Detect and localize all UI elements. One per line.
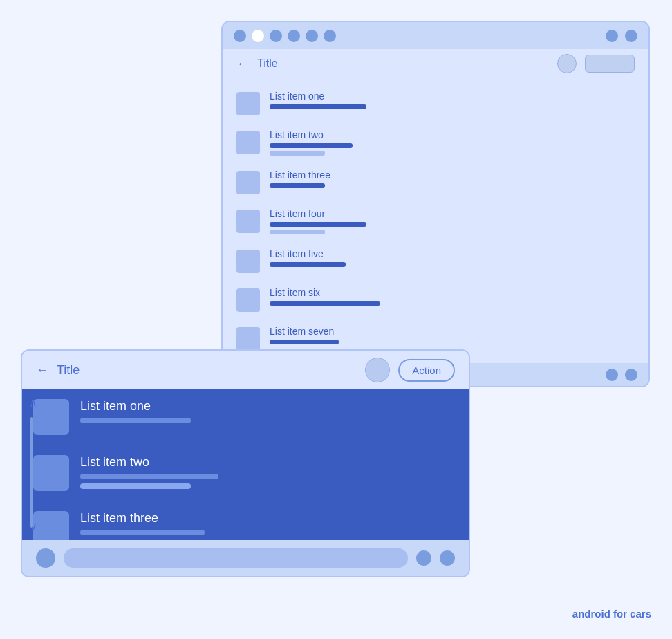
list-item-thumbnail	[236, 250, 260, 273]
front-bar-primary	[80, 474, 218, 479]
front-list-title: List item one	[80, 399, 458, 414]
front-window: ← Title Action ∧ ∨ List item one	[21, 349, 470, 577]
front-bar-primary	[80, 418, 191, 423]
front-back-arrow-icon[interactable]: ←	[36, 363, 48, 378]
back-title-bar	[223, 22, 648, 49]
tb-dot-6	[324, 30, 336, 42]
bottom-large-dot	[36, 548, 55, 568]
tb-dot-5	[306, 30, 318, 42]
list-item-bar-secondary	[270, 151, 325, 156]
front-list-thumbnail	[33, 455, 69, 491]
list-item-title: List item seven	[270, 326, 339, 337]
list-item-thumbnail	[236, 131, 260, 154]
back-window: ← Title List item one List item two	[221, 21, 650, 387]
list-item-title: List item one	[270, 91, 366, 102]
list-item-title: List item six	[270, 287, 380, 298]
brand-name: android for cars	[572, 608, 651, 620]
list-item-content: List item six	[270, 287, 380, 306]
list-item-bar-primary	[270, 262, 346, 267]
back-text-button[interactable]	[585, 55, 635, 73]
scroll-up-indicator[interactable]: ∧	[29, 396, 37, 409]
list-item[interactable]: List item six	[223, 280, 648, 319]
front-list-wrapper: ∧ ∨ List item one List item	[22, 389, 469, 540]
front-icon-button[interactable]	[365, 358, 390, 382]
list-item-bar-primary	[270, 183, 325, 188]
list-item[interactable]: List item two	[223, 122, 648, 163]
back-list-area: List item one List item two List item th…	[223, 78, 648, 363]
list-item[interactable]: List item five	[223, 241, 648, 280]
list-item-bar-primary	[270, 143, 353, 148]
front-list-title: List item two	[80, 455, 458, 470]
front-list-area: List item one List item two List	[22, 389, 469, 540]
front-list-item[interactable]: List item two	[22, 445, 469, 501]
list-item-content: List item seven	[270, 326, 339, 344]
list-item-thumbnail	[236, 288, 260, 312]
list-item-bar-primary	[270, 222, 366, 227]
front-list-title: List item three	[80, 511, 458, 526]
chevron-up-icon: ∧	[29, 396, 37, 409]
front-list-content: List item three	[80, 511, 458, 535]
list-item-thumbnail	[236, 327, 260, 351]
tb-dot-right-1	[606, 30, 618, 42]
list-item[interactable]: List item four	[223, 201, 648, 241]
list-item-content: List item one	[270, 91, 366, 109]
back-arrow-icon[interactable]: ←	[236, 57, 249, 71]
front-bar-primary	[80, 530, 205, 535]
front-list-thumbnail	[33, 399, 69, 435]
front-list-content: List item two	[80, 455, 458, 489]
list-item-thumbnail	[236, 210, 260, 233]
list-item-title: List item two	[270, 129, 353, 140]
tb-dot-right-2	[625, 30, 637, 42]
list-item-thumbnail	[236, 92, 260, 115]
list-item-bar-primary	[270, 301, 380, 306]
list-item[interactable]: List item three	[223, 163, 648, 201]
list-item-title: List item four	[270, 208, 366, 219]
list-item-title: List item five	[270, 248, 346, 259]
list-item-content: List item four	[270, 208, 366, 234]
tb-dot-2	[252, 30, 264, 42]
list-item-bar-primary	[270, 340, 339, 344]
list-item-content: List item three	[270, 169, 330, 188]
bottom-sm-dot-2	[440, 550, 455, 566]
bottom-pill	[64, 548, 408, 568]
back-app-bar: ← Title	[223, 49, 648, 78]
front-list-thumbnail	[33, 511, 69, 540]
front-list-item[interactable]: List item one	[22, 389, 469, 445]
list-item-thumbnail	[236, 171, 260, 194]
tb-dot-3	[270, 30, 282, 42]
list-item[interactable]: List item one	[223, 84, 648, 122]
back-title: Title	[257, 57, 278, 70]
list-item-content: List item five	[270, 248, 346, 267]
list-item-bar-secondary	[270, 230, 325, 234]
bottom-sm-dot-1	[416, 550, 431, 566]
bottom-dot-1	[606, 369, 618, 381]
list-item-title: List item three	[270, 169, 330, 180]
scroll-track	[30, 417, 33, 528]
back-icon-button[interactable]	[557, 54, 577, 73]
front-bar-secondary	[80, 483, 191, 489]
front-title: Title	[57, 363, 80, 378]
action-button[interactable]: Action	[398, 359, 455, 382]
front-bottom-bar	[22, 540, 469, 576]
bottom-dot-2	[625, 369, 637, 381]
tb-dot-4	[288, 30, 300, 42]
list-item-bar-primary	[270, 104, 366, 109]
front-app-bar: ← Title Action	[22, 351, 469, 389]
list-item-content: List item two	[270, 129, 353, 156]
front-list-content: List item one	[80, 399, 458, 423]
front-list-item[interactable]: List item three	[22, 501, 469, 540]
brand-label: android for cars	[572, 608, 651, 620]
tb-dot-1	[234, 30, 246, 42]
